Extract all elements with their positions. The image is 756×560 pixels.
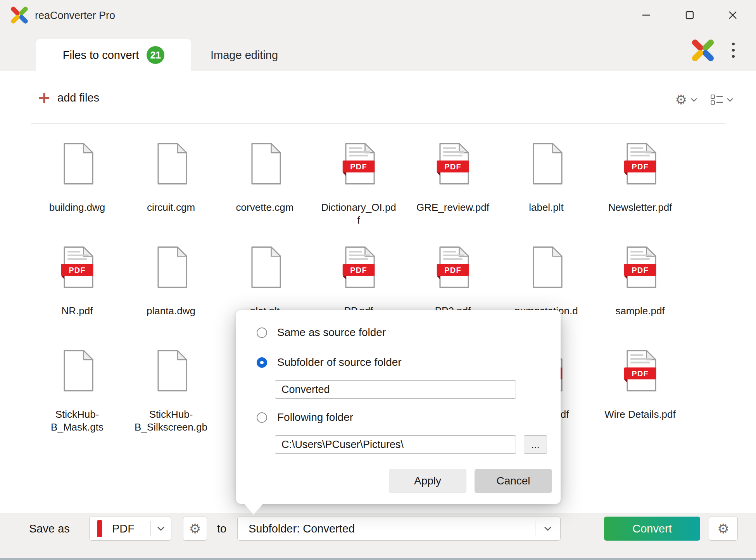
file-item[interactable]: plot.plt bbox=[222, 246, 307, 317]
view-options-button[interactable] bbox=[711, 94, 734, 105]
file-item[interactable]: StickHub-B_Mask.gts bbox=[35, 349, 120, 433]
app-title: reaConverter Pro bbox=[35, 10, 115, 22]
header: reaConverter Pro Files to convert 21 Ima… bbox=[0, 0, 756, 71]
chevron-down-icon bbox=[727, 98, 734, 102]
save-as-label: Save as bbox=[29, 517, 70, 541]
add-files-label: add files bbox=[57, 91, 99, 104]
app-logo-icon bbox=[10, 6, 29, 24]
cancel-button[interactable]: Cancel bbox=[475, 469, 552, 493]
pdf-file-icon: PDF bbox=[622, 246, 658, 289]
tab-files-label: Files to convert bbox=[63, 49, 139, 62]
generic-file-icon bbox=[528, 142, 564, 186]
tab-files-to-convert[interactable]: Files to convert 21 bbox=[36, 39, 191, 71]
folder-path-row: ... bbox=[257, 424, 552, 454]
pdf-file-icon: PDF bbox=[622, 142, 658, 186]
reaconverter-logo-icon bbox=[691, 38, 715, 62]
convert-button[interactable]: Convert bbox=[604, 517, 700, 541]
file-item[interactable]: label.plt bbox=[504, 142, 589, 214]
file-item[interactable]: PDF GRE_review.pdf bbox=[410, 142, 495, 214]
file-item[interactable]: PDF Newsletter.pdf bbox=[597, 142, 683, 214]
file-label: NR.pdf bbox=[38, 305, 116, 317]
svg-text:PDF: PDF bbox=[444, 266, 461, 274]
radio-icon[interactable] bbox=[257, 327, 267, 338]
file-item[interactable]: pumpstation.d bbox=[504, 246, 589, 317]
close-button[interactable] bbox=[721, 4, 744, 26]
file-item[interactable]: StickHub-B_Silkscreen.gb bbox=[128, 349, 214, 433]
pdf-file-icon: PDF bbox=[622, 349, 658, 393]
pdf-file-icon: PDF bbox=[341, 246, 376, 289]
gear-icon: ⚙ bbox=[675, 93, 687, 106]
list-settings-button[interactable]: ⚙ bbox=[675, 93, 697, 106]
file-item[interactable]: PDF Wire Details.pdf bbox=[597, 349, 683, 421]
destination-value: Subfolder: Converted bbox=[249, 522, 355, 535]
pdf-file-icon: PDF bbox=[341, 142, 376, 186]
generic-file-icon bbox=[59, 349, 95, 393]
view-options-icon bbox=[711, 94, 723, 105]
file-label: Newsletter.pdf bbox=[601, 201, 679, 214]
browse-button[interactable]: ... bbox=[524, 435, 547, 454]
minimize-icon bbox=[642, 14, 651, 16]
file-item[interactable]: PDF sample.pdf bbox=[597, 246, 683, 317]
generic-file-icon bbox=[153, 142, 189, 186]
file-label: circuit.cgm bbox=[132, 201, 210, 214]
file-item[interactable]: PDF PP2.pdf bbox=[410, 246, 495, 317]
popup-buttons: Apply Cancel bbox=[257, 469, 552, 493]
svg-text:PDF: PDF bbox=[632, 369, 649, 378]
pdf-file-icon: PDF bbox=[435, 246, 471, 289]
option-label: Same as source folder bbox=[277, 326, 386, 339]
generic-file-icon bbox=[247, 246, 283, 289]
maximize-button[interactable] bbox=[678, 4, 701, 26]
svg-text:PDF: PDF bbox=[350, 162, 367, 171]
menu-kebab-button[interactable] bbox=[730, 41, 736, 59]
subfolder-name-input[interactable] bbox=[275, 380, 516, 399]
destination-select[interactable]: Subfolder: Converted bbox=[237, 517, 561, 541]
file-item[interactable]: corvette.cgm bbox=[222, 142, 307, 214]
close-icon bbox=[728, 10, 738, 20]
chevron-down-icon bbox=[544, 526, 552, 531]
convert-settings-button[interactable]: ⚙ bbox=[709, 517, 738, 541]
file-count-badge: 21 bbox=[147, 46, 164, 64]
tab-image-editing-label: Image editing bbox=[211, 49, 278, 62]
pdf-file-icon: PDF bbox=[59, 246, 95, 289]
svg-text:PDF: PDF bbox=[444, 162, 461, 171]
format-settings-button[interactable]: ⚙ bbox=[183, 517, 207, 541]
format-select[interactable]: PDF bbox=[89, 517, 171, 541]
apply-button[interactable]: Apply bbox=[389, 469, 466, 493]
option-same-as-source[interactable]: Same as source folder bbox=[257, 326, 552, 339]
option-following-folder[interactable]: Following folder bbox=[257, 410, 552, 424]
pdf-ribbon-icon bbox=[97, 520, 103, 538]
pdf-file-icon: PDF bbox=[435, 142, 471, 186]
generic-file-icon bbox=[59, 142, 95, 186]
file-item[interactable]: building.dwg bbox=[35, 142, 120, 214]
file-item[interactable]: PDF NR.pdf bbox=[35, 246, 120, 317]
file-label: building.dwg bbox=[38, 201, 116, 214]
file-item[interactable]: PDF PP.pdf bbox=[316, 246, 401, 317]
destination-popup: Same as source folder Subfolder of sourc… bbox=[236, 310, 561, 504]
folder-path-input[interactable] bbox=[275, 435, 516, 454]
file-label: StickHub-B_Silkscreen.gb bbox=[132, 408, 210, 433]
option-subfolder-of-source[interactable]: Subfolder of source folder bbox=[257, 355, 552, 369]
file-label: GRE_review.pdf bbox=[414, 201, 492, 214]
gear-icon: ⚙ bbox=[189, 522, 201, 535]
file-item[interactable]: planta.dwg bbox=[128, 246, 214, 317]
file-item[interactable]: PDF Dictionary_OI.pdf bbox=[316, 142, 401, 226]
add-files-button[interactable]: add files bbox=[39, 91, 99, 104]
file-label: StickHub-B_Mask.gts bbox=[38, 408, 116, 433]
minimize-button[interactable] bbox=[635, 4, 658, 26]
file-label: Dictionary_OI.pdf bbox=[320, 201, 397, 226]
file-item[interactable]: circuit.cgm bbox=[128, 142, 214, 214]
window-bottom-edge bbox=[0, 558, 756, 560]
chevron-down-icon bbox=[157, 526, 165, 531]
maximize-icon bbox=[685, 10, 694, 20]
svg-text:PDF: PDF bbox=[632, 162, 649, 171]
to-label: to bbox=[217, 517, 226, 541]
file-label: planta.dwg bbox=[132, 305, 210, 317]
generic-file-icon bbox=[153, 349, 189, 393]
tab-image-editing[interactable]: Image editing bbox=[211, 39, 278, 71]
popup-tail bbox=[243, 503, 264, 515]
radio-icon[interactable] bbox=[257, 412, 267, 423]
bottom-bar: Save as PDF ⚙ to Subfolder: Converted Co… bbox=[0, 513, 756, 560]
option-label: Following folder bbox=[277, 411, 353, 424]
radio-icon[interactable] bbox=[257, 357, 267, 368]
svg-text:PDF: PDF bbox=[632, 266, 649, 274]
